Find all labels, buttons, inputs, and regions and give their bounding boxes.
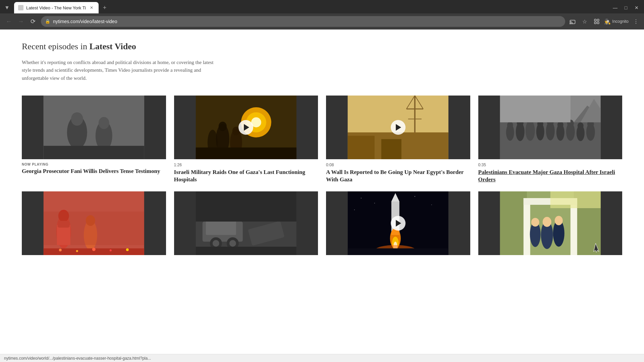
svg-point-11	[71, 112, 83, 126]
svg-rect-81	[196, 247, 296, 255]
video-card-1[interactable]: NOW PLAYING Georgia Prosecutor Fani Will…	[22, 96, 166, 183]
thumb-svg-4	[478, 96, 623, 159]
svg-point-67	[59, 249, 62, 251]
minimize-button[interactable]: —	[610, 3, 620, 12]
bookmark-button[interactable]: ☆	[580, 17, 589, 26]
video-title-4[interactable]: Palestinians Evacuate Major Gaza Hospita…	[478, 169, 623, 183]
svg-point-105	[554, 216, 562, 225]
video-duration-2: 1:26	[174, 163, 318, 167]
section-header: Recent episodes in Latest Video Whether …	[22, 40, 622, 82]
video-title-3: A Wall Is Reported to Be Going Up Near E…	[326, 169, 470, 183]
nav-buttons: ← → ⟳	[3, 16, 38, 27]
video-card-3[interactable]: 0:08 A Wall Is Reported to Be Going Up N…	[326, 96, 470, 183]
lock-icon: 🔒	[45, 19, 50, 24]
status-bar: nytimes.com/video/world/.../palestinians…	[0, 354, 644, 362]
tab-favicon	[18, 5, 23, 10]
svg-point-53	[577, 122, 583, 129]
svg-point-68	[76, 250, 78, 252]
svg-rect-24	[196, 147, 296, 159]
status-url: nytimes.com/video/world/.../palestinians…	[4, 356, 151, 361]
svg-point-86	[415, 196, 415, 197]
play-button-2[interactable]	[238, 120, 253, 135]
video-thumb-1[interactable]	[22, 96, 166, 159]
back-button[interactable]: ←	[3, 16, 14, 27]
svg-rect-3	[595, 19, 596, 21]
video-card-8[interactable]	[478, 191, 623, 255]
svg-point-71	[126, 248, 129, 251]
incognito-icon: 🕵	[604, 18, 611, 25]
svg-rect-108	[550, 191, 600, 208]
omnibar-row: ← → ⟳ 🔒 nytimes.com/video/latest-video ☆…	[0, 13, 644, 29]
url-display: nytimes.com/video/latest-video	[53, 19, 561, 24]
svg-point-13	[99, 117, 109, 129]
svg-point-69	[92, 248, 96, 251]
video-thumb-4[interactable]	[478, 96, 623, 159]
svg-point-20	[218, 122, 226, 131]
svg-rect-97	[500, 191, 527, 255]
thumb-svg-6	[174, 191, 318, 255]
svg-point-39	[507, 122, 513, 128]
svg-rect-6	[597, 22, 599, 24]
svg-rect-34	[348, 136, 375, 159]
tab-title: Latest Video - The New York Ti	[26, 5, 86, 10]
svg-point-2	[570, 23, 571, 24]
thumb-svg-5	[22, 191, 166, 255]
video-thumb-7[interactable]	[326, 191, 470, 255]
svg-rect-58	[500, 96, 570, 122]
play-button-7[interactable]	[391, 216, 406, 231]
new-tab-button[interactable]: +	[100, 3, 109, 12]
tab-navigation: ▼	[3, 3, 11, 12]
svg-point-103	[542, 217, 551, 227]
section-description: Whether it's reporting on conflicts abro…	[22, 59, 216, 82]
svg-point-88	[354, 209, 355, 210]
video-thumb-3[interactable]	[326, 96, 470, 159]
tab-list-button[interactable]: ▼	[3, 3, 11, 12]
maximize-button[interactable]: □	[621, 3, 631, 12]
video-card-4[interactable]: 0:35 Palestinians Evacuate Major Gaza Ho…	[478, 96, 623, 183]
reload-button[interactable]: ⟳	[28, 16, 38, 27]
video-thumb-2[interactable]	[174, 96, 318, 159]
svg-point-79	[229, 240, 236, 247]
profile-button[interactable]	[592, 17, 601, 26]
browser-chrome: ▼ Latest Video - The New York Ti ✕ + — □…	[0, 0, 644, 29]
video-title-1: Georgia Prosecutor Fani Willis Delivers …	[22, 168, 166, 175]
window-controls: — □ ✕	[610, 3, 641, 12]
omnibar-right-actions: ☆ 🕵 Incognito ⋮	[568, 17, 641, 26]
section-title: Latest Video	[89, 42, 136, 51]
video-duration-3: 0:08	[326, 163, 470, 167]
video-card-5[interactable]	[22, 191, 166, 255]
section-prefix: Recent episodes in	[22, 42, 89, 51]
video-thumb-6[interactable]	[174, 191, 318, 255]
thumb-svg-1	[22, 96, 166, 159]
video-card-7[interactable]	[326, 191, 470, 255]
svg-rect-95	[348, 248, 448, 255]
play-triangle-7	[396, 220, 401, 227]
video-thumb-5[interactable]	[22, 191, 166, 255]
svg-point-87	[431, 204, 432, 205]
incognito-label: Incognito	[612, 19, 629, 24]
menu-button[interactable]: ⋮	[631, 17, 641, 26]
play-triangle-3	[396, 124, 401, 131]
now-playing-badge-1: NOW PLAYING	[22, 163, 166, 166]
incognito-badge: 🕵 Incognito	[604, 18, 629, 25]
svg-rect-82	[196, 191, 296, 222]
svg-rect-4	[597, 19, 599, 21]
play-button-3[interactable]	[391, 120, 406, 135]
tab-close-button[interactable]: ✕	[89, 5, 95, 11]
svg-rect-0	[18, 5, 23, 10]
address-bar[interactable]: 🔒 nytimes.com/video/latest-video	[41, 16, 565, 27]
section-heading: Recent episodes in Latest Video	[22, 40, 622, 52]
video-card-2[interactable]: 1:26 Israeli Military Raids One of Gaza'…	[174, 96, 318, 183]
video-card-6[interactable]	[174, 191, 318, 255]
forward-button[interactable]: →	[15, 16, 26, 27]
svg-rect-5	[595, 22, 596, 24]
video-thumb-8[interactable]	[478, 191, 623, 255]
svg-rect-14	[44, 146, 144, 159]
video-title-2: Israeli Military Raids One of Gaza's Las…	[174, 169, 318, 183]
close-button[interactable]: ✕	[632, 3, 641, 12]
svg-rect-35	[381, 139, 401, 159]
svg-point-70	[110, 249, 112, 251]
active-tab[interactable]: Latest Video - The New York Ti ✕	[14, 2, 99, 13]
svg-rect-72	[44, 212, 144, 245]
cast-button[interactable]	[568, 17, 577, 26]
